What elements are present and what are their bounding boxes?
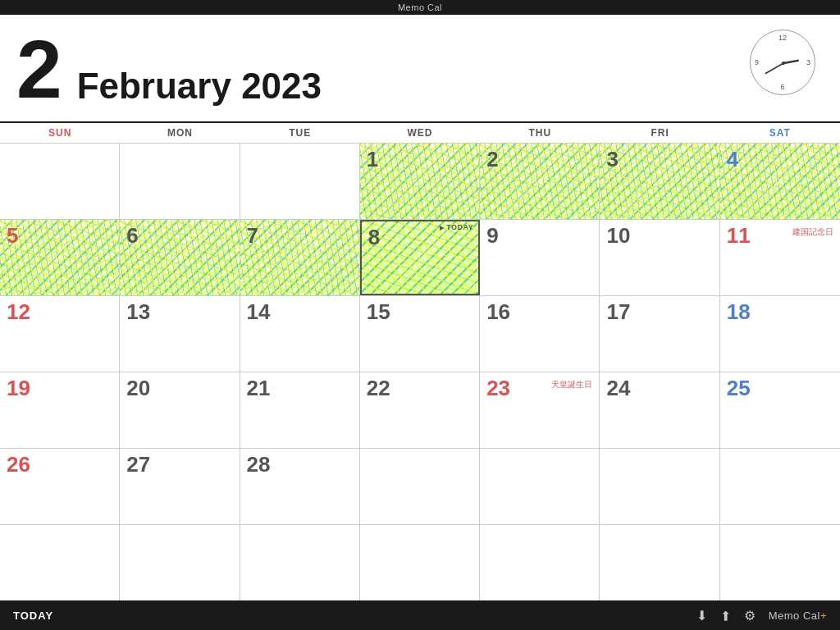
cal-cell-feb11[interactable]: 11 建国記念日	[720, 220, 840, 295]
cal-cell-feb20[interactable]: 20	[120, 372, 240, 448]
holiday-label-11: 建国記念日	[792, 226, 833, 238]
date-1: 1	[367, 147, 378, 171]
date-21: 21	[247, 376, 271, 400]
cal-cell-feb23[interactable]: 23 天皇誕生日	[480, 372, 600, 448]
week-row-3: 12 13 14 15 16 17 18	[0, 296, 840, 372]
header-fri: FRI	[600, 123, 719, 143]
clock-hands	[751, 30, 816, 96]
date-24: 24	[606, 376, 630, 400]
cal-cell-feb10[interactable]: 10	[600, 220, 719, 295]
toolbar-right: ⬇ ⬇ ⚙ Memo Cal+	[696, 608, 827, 623]
date-6: 6	[126, 223, 138, 248]
cal-cell-feb21[interactable]: 21	[240, 372, 360, 448]
cal-cell-feb2[interactable]: 2	[480, 144, 600, 219]
cal-cell-feb25[interactable]: 25	[720, 372, 840, 448]
title-bar: Memo Cal	[0, 0, 840, 15]
cal-cell-feb28[interactable]: 28	[240, 449, 360, 524]
cal-cell-empty[interactable]	[480, 449, 600, 524]
cal-cell-empty[interactable]	[480, 525, 600, 600]
cal-cell-feb1[interactable]: 1	[360, 144, 480, 219]
clock-face: 12 3 6 9	[750, 30, 815, 95]
cal-cell-empty[interactable]	[240, 144, 360, 219]
cal-cell-empty[interactable]	[600, 525, 719, 600]
cal-cell-feb18[interactable]: 18	[720, 296, 840, 372]
week-row-2: 5 6 7 TODAY 8 9 10 11 建国記念日	[0, 220, 840, 296]
share-icon[interactable]: ⬇	[720, 608, 731, 623]
calendar-body: 1 2 3 4 5 6 7 TODAY 8	[0, 144, 840, 601]
date-19: 19	[7, 376, 30, 400]
header-sat: SAT	[720, 123, 840, 143]
cal-cell-feb17[interactable]: 17	[600, 296, 719, 372]
cal-cell-feb14[interactable]: 14	[240, 296, 360, 372]
date-18: 18	[727, 299, 751, 324]
clock-container: 12 3 6 9	[750, 30, 815, 95]
header-wed: WED	[360, 123, 480, 143]
brand-plus: +	[820, 609, 827, 622]
date-20: 20	[126, 376, 150, 400]
cal-cell-feb19[interactable]: 19	[0, 372, 120, 448]
cal-cell-feb4[interactable]: 4	[720, 144, 840, 219]
cal-cell-feb5[interactable]: 5	[0, 220, 120, 295]
date-23: 23	[486, 376, 510, 400]
cal-cell-feb27[interactable]: 27	[120, 449, 240, 524]
cal-cell-feb13[interactable]: 13	[120, 296, 240, 372]
cal-cell-empty[interactable]	[0, 525, 120, 600]
cal-cell-feb15[interactable]: 15	[360, 296, 480, 372]
date-12: 12	[7, 299, 30, 324]
cal-cell-empty[interactable]	[360, 525, 480, 600]
cal-cell-empty[interactable]	[720, 525, 840, 600]
header-mon: MON	[120, 123, 240, 143]
date-15: 15	[367, 299, 390, 324]
date-7: 7	[247, 223, 258, 248]
settings-icon[interactable]: ⚙	[744, 608, 756, 623]
today-badge: TODAY	[440, 223, 473, 231]
week-row-5: 26 27 28	[0, 449, 840, 525]
bottom-toolbar: TODAY ⬇ ⬇ ⚙ Memo Cal+	[0, 600, 840, 630]
cal-cell-feb12[interactable]: 12	[0, 296, 120, 372]
cal-cell-feb16[interactable]: 16	[480, 296, 600, 372]
svg-line-1	[765, 63, 783, 74]
svg-line-0	[783, 61, 798, 63]
cal-cell-feb26[interactable]: 26	[0, 449, 120, 524]
holiday-label-23: 天皇誕生日	[551, 379, 592, 390]
cal-cell-empty[interactable]	[0, 144, 120, 219]
cal-cell-empty[interactable]	[360, 449, 480, 524]
cal-cell-feb7[interactable]: 7	[240, 220, 360, 295]
week-row-1: 1 2 3 4	[0, 144, 840, 220]
cal-cell-feb3[interactable]: 3	[600, 144, 719, 219]
date-13: 13	[126, 299, 150, 324]
date-9: 9	[486, 223, 498, 248]
cal-cell-empty[interactable]	[720, 449, 840, 524]
month-number: 2	[16, 28, 62, 110]
date-22: 22	[367, 376, 390, 400]
cal-cell-feb8-today[interactable]: TODAY 8	[360, 220, 480, 295]
app-title: Memo Cal	[398, 2, 442, 12]
date-26: 26	[7, 452, 30, 477]
cal-cell-empty[interactable]	[240, 525, 360, 600]
cal-cell-feb9[interactable]: 9	[480, 220, 600, 295]
header-tue: TUE	[240, 123, 360, 143]
date-3: 3	[606, 147, 618, 171]
calendar: SUN MON TUE WED THU FRI SAT 1 2 3 4	[0, 121, 840, 601]
month-name: February 2023	[77, 66, 322, 115]
date-25: 25	[727, 376, 751, 400]
cal-cell-empty[interactable]	[600, 449, 719, 524]
date-2: 2	[486, 147, 498, 171]
svg-point-2	[782, 62, 785, 65]
cal-cell-feb6[interactable]: 6	[120, 220, 240, 295]
week-row-6	[0, 525, 840, 601]
cal-cell-feb24[interactable]: 24	[600, 372, 719, 448]
date-16: 16	[486, 299, 510, 324]
date-27: 27	[126, 452, 150, 477]
date-11: 11	[727, 223, 751, 248]
week-row-4: 19 20 21 22 23 天皇誕生日 24 25	[0, 372, 840, 449]
date-8: 8	[368, 225, 380, 249]
header-thu: THU	[480, 123, 600, 143]
cal-cell-empty[interactable]	[120, 144, 240, 219]
today-button[interactable]: TODAY	[13, 609, 53, 622]
header: 2 February 2023 12 3 6 9	[0, 15, 840, 121]
cal-cell-feb22[interactable]: 22	[360, 372, 480, 448]
cal-cell-empty[interactable]	[120, 525, 240, 600]
date-14: 14	[247, 299, 271, 324]
download-icon[interactable]: ⬇	[696, 608, 707, 623]
